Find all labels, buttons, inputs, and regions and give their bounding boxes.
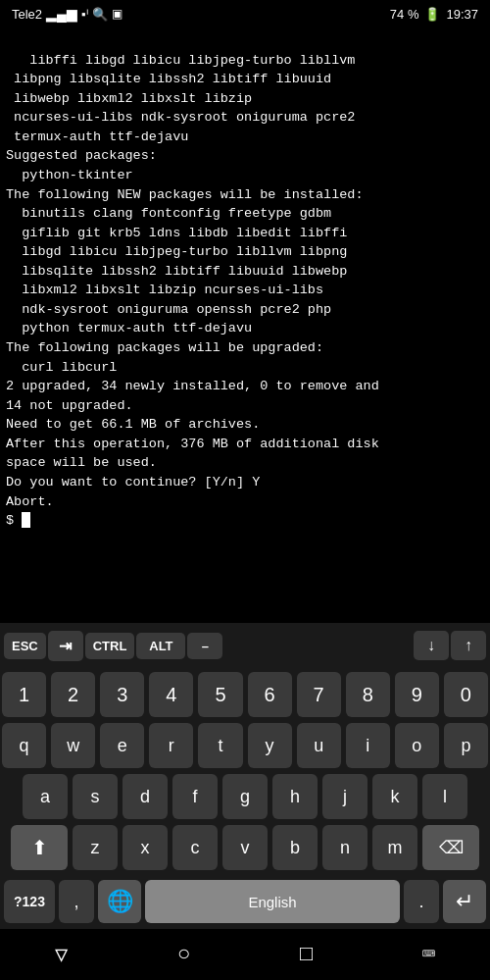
key-u[interactable]: u [297, 723, 341, 768]
key-i[interactable]: i [346, 723, 390, 768]
key-q[interactable]: q [2, 723, 46, 768]
key-l[interactable]: l [422, 774, 467, 819]
key-j[interactable]: j [322, 774, 368, 819]
spacebar-key[interactable]: English [145, 880, 400, 923]
key-n[interactable]: n [322, 825, 368, 870]
zxcv-row: ⬆ z x c v b n m ⌫ [2, 825, 488, 870]
key-r[interactable]: r [149, 723, 193, 768]
num-switch-key[interactable]: ?123 [4, 880, 55, 923]
status-right: 74 % 🔋 19:37 [390, 7, 478, 22]
home-button[interactable]: ○ [155, 935, 214, 974]
wifi-icon: ▪ᴵ [81, 7, 88, 22]
key-1[interactable]: 1 [2, 672, 46, 717]
key-6[interactable]: 6 [248, 672, 292, 717]
qwerty-row: q w e r t y u i o p [2, 723, 488, 768]
key-p[interactable]: p [444, 723, 488, 768]
key-d[interactable]: d [122, 774, 168, 819]
key-w[interactable]: w [51, 723, 95, 768]
key-2[interactable]: 2 [51, 672, 95, 717]
key-f[interactable]: f [172, 774, 218, 819]
key-b[interactable]: b [272, 825, 318, 870]
key-v[interactable]: v [222, 825, 268, 870]
battery-label: 74 % [390, 7, 419, 22]
key-s[interactable]: s [73, 774, 118, 819]
key-0[interactable]: 0 [444, 672, 488, 717]
terminal-text: libffi libgd libicu libjpeg-turbo libllv… [6, 53, 379, 529]
signal-icon: ▂▄▆ [46, 6, 77, 22]
back-button[interactable]: ▽ [32, 935, 91, 974]
terminal-output: libffi libgd libicu libjpeg-turbo libllv… [0, 27, 490, 623]
key-t[interactable]: t [198, 723, 242, 768]
key-y[interactable]: y [248, 723, 292, 768]
key-3[interactable]: 3 [100, 672, 144, 717]
recents-button[interactable]: □ [277, 935, 336, 974]
comma-key[interactable]: , [59, 880, 94, 923]
terminal-cursor [22, 512, 30, 528]
screen-icon: ▣ [112, 7, 122, 21]
enter-key[interactable]: ↵ [443, 880, 486, 923]
navigation-bar: ▽ ○ □ ⌨ [0, 929, 490, 980]
shift-key[interactable]: ⬆ [11, 825, 68, 870]
key-c[interactable]: c [172, 825, 218, 870]
battery-icon: 🔋 [424, 7, 440, 22]
keyboard-bottom-row: ?123 , 🌐 English . ↵ [0, 874, 490, 929]
key-k[interactable]: k [372, 774, 417, 819]
tab-key[interactable]: ⇥ [48, 631, 83, 661]
key-m[interactable]: m [372, 825, 417, 870]
ctrl-key[interactable]: CTRL [85, 633, 135, 659]
key-e[interactable]: e [100, 723, 144, 768]
time-label: 19:37 [446, 7, 478, 22]
key-g[interactable]: g [222, 774, 268, 819]
status-left: Tele2 ▂▄▆ ▪ᴵ 🔍 ▣ [12, 6, 122, 22]
carrier-label: Tele2 [12, 7, 42, 22]
backspace-key[interactable]: ⌫ [422, 825, 479, 870]
number-row: 1 2 3 4 5 6 7 8 9 0 [2, 672, 488, 717]
arrow-up-key[interactable]: ↑ [451, 631, 486, 660]
period-key[interactable]: . [404, 880, 439, 923]
key-8[interactable]: 8 [346, 672, 390, 717]
search-icon: 🔍 [92, 7, 108, 22]
globe-key[interactable]: 🌐 [98, 880, 141, 923]
key-5[interactable]: 5 [198, 672, 242, 717]
dash-key[interactable]: – [187, 633, 222, 659]
arrow-down-key[interactable]: ↓ [414, 631, 449, 660]
key-a[interactable]: a [23, 774, 68, 819]
key-x[interactable]: x [122, 825, 168, 870]
keyboard-button[interactable]: ⌨ [400, 935, 459, 974]
key-o[interactable]: o [395, 723, 439, 768]
keyboard-toolbar: ESC ⇥ CTRL ALT – ↓ ↑ [0, 623, 490, 668]
key-9[interactable]: 9 [395, 672, 439, 717]
status-bar: Tele2 ▂▄▆ ▪ᴵ 🔍 ▣ 74 % 🔋 19:37 [0, 0, 490, 27]
asdf-row: a s d f g h j k l [2, 774, 488, 819]
key-z[interactable]: z [73, 825, 118, 870]
key-h[interactable]: h [272, 774, 318, 819]
alt-key[interactable]: ALT [136, 633, 185, 659]
key-4[interactable]: 4 [149, 672, 193, 717]
keyboard: 1 2 3 4 5 6 7 8 9 0 q w e r t y u i o p … [0, 668, 490, 874]
key-7[interactable]: 7 [297, 672, 341, 717]
esc-key[interactable]: ESC [4, 633, 46, 659]
